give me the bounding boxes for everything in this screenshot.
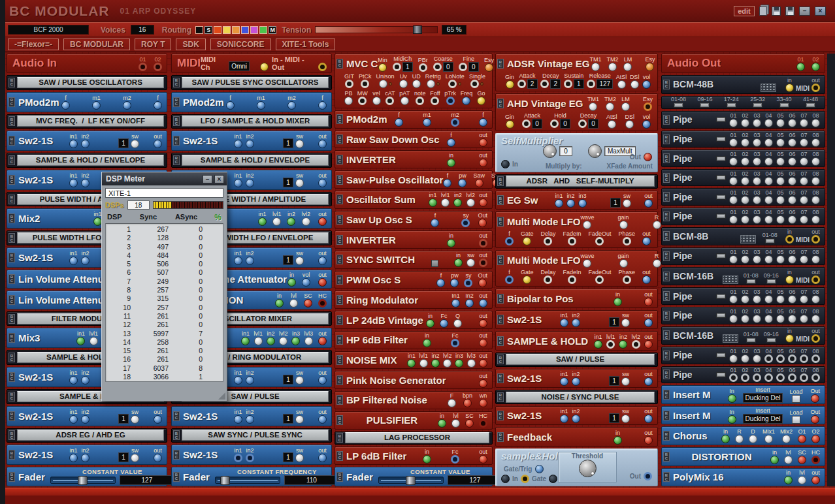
port-hc[interactable] bbox=[479, 419, 487, 428]
port-03[interactable] bbox=[753, 196, 761, 204]
device-display[interactable]: BCF 2000 bbox=[8, 25, 89, 35]
port-gate[interactable] bbox=[521, 475, 529, 483]
port-03[interactable] bbox=[753, 138, 761, 147]
port-out[interactable] bbox=[811, 334, 820, 343]
port-f[interactable] bbox=[447, 138, 455, 147]
port-in1[interactable] bbox=[560, 415, 568, 423]
port-out[interactable] bbox=[644, 199, 653, 208]
port-gain[interactable] bbox=[619, 221, 628, 229]
port-in2[interactable] bbox=[572, 415, 580, 423]
port-lvl[interactable] bbox=[451, 419, 460, 428]
port-03[interactable] bbox=[753, 315, 761, 323]
port-sc[interactable] bbox=[798, 456, 806, 464]
port-out[interactable] bbox=[644, 472, 652, 480]
port-vol[interactable] bbox=[642, 80, 651, 89]
port-in[interactable] bbox=[501, 160, 510, 168]
tab-roy-t[interactable]: ROY T bbox=[135, 39, 171, 50]
port-lvl[interactable] bbox=[289, 299, 298, 307]
port-06[interactable] bbox=[788, 215, 796, 224]
port-02[interactable] bbox=[741, 119, 749, 127]
port-hold[interactable] bbox=[550, 119, 559, 128]
port-fc[interactable] bbox=[440, 319, 448, 328]
port-02[interactable] bbox=[741, 315, 749, 323]
port-sw[interactable] bbox=[295, 140, 304, 148]
port-01[interactable] bbox=[729, 215, 738, 224]
port-05[interactable] bbox=[776, 315, 785, 323]
port-06[interactable] bbox=[788, 196, 796, 204]
port-in1[interactable] bbox=[560, 319, 568, 327]
save-icon[interactable] bbox=[772, 7, 781, 16]
port-04[interactable] bbox=[764, 373, 773, 382]
port-07[interactable] bbox=[800, 315, 808, 323]
port-in[interactable] bbox=[447, 159, 455, 167]
port-q[interactable] bbox=[453, 319, 462, 328]
port-out[interactable] bbox=[479, 299, 487, 307]
close-button[interactable]: × bbox=[815, 7, 826, 16]
port-07[interactable] bbox=[800, 354, 808, 363]
port-02[interactable] bbox=[741, 354, 749, 363]
port-in2[interactable] bbox=[246, 376, 254, 385]
port-git[interactable] bbox=[345, 80, 353, 88]
port-02[interactable] bbox=[741, 373, 749, 382]
port-03[interactable] bbox=[753, 295, 761, 304]
port-out[interactable] bbox=[642, 237, 651, 245]
value-box[interactable]: 1 bbox=[283, 375, 293, 385]
port-attack[interactable] bbox=[522, 119, 531, 128]
port-fadein[interactable] bbox=[568, 276, 576, 284]
port-in[interactable] bbox=[447, 239, 455, 247]
port-delay[interactable] bbox=[544, 276, 552, 284]
port-01[interactable] bbox=[729, 177, 738, 185]
port-01[interactable] bbox=[729, 255, 738, 264]
port-01[interactable] bbox=[729, 354, 738, 363]
port-pat[interactable] bbox=[401, 97, 409, 105]
dsp-minimize-button[interactable]: – bbox=[203, 175, 212, 183]
port-05[interactable] bbox=[776, 373, 785, 382]
port-single[interactable] bbox=[470, 80, 479, 88]
port-08[interactable] bbox=[811, 295, 820, 304]
port-f[interactable] bbox=[479, 118, 487, 127]
port-06[interactable] bbox=[788, 119, 796, 127]
port-out[interactable] bbox=[154, 454, 162, 462]
port-out[interactable] bbox=[479, 259, 487, 267]
port-in2[interactable] bbox=[246, 140, 254, 148]
port-f[interactable] bbox=[431, 219, 439, 227]
port-f[interactable] bbox=[226, 101, 235, 110]
port-fc[interactable] bbox=[451, 339, 459, 347]
port-in2[interactable] bbox=[81, 454, 90, 462]
port-out[interactable] bbox=[644, 415, 653, 423]
port-out[interactable] bbox=[318, 179, 327, 187]
port-08[interactable] bbox=[811, 196, 820, 204]
port-lvl2[interactable] bbox=[443, 359, 451, 368]
value-box[interactable]: 0 bbox=[468, 62, 479, 72]
routing-chip[interactable] bbox=[195, 26, 203, 34]
port-f[interactable] bbox=[436, 279, 445, 287]
port-r[interactable] bbox=[735, 435, 744, 443]
port-r[interactable] bbox=[653, 221, 661, 229]
port-decay[interactable] bbox=[540, 80, 549, 88]
port-in1[interactable] bbox=[69, 454, 78, 462]
value-box[interactable]: 1 bbox=[402, 62, 413, 72]
port-in[interactable] bbox=[438, 419, 446, 428]
port-unison[interactable] bbox=[379, 80, 387, 88]
port-02[interactable] bbox=[154, 63, 162, 71]
value-box[interactable]: 1 bbox=[118, 138, 129, 148]
value-box[interactable]: Ducking Del bbox=[743, 393, 783, 403]
port-05[interactable] bbox=[776, 138, 785, 147]
port-sw[interactable] bbox=[295, 454, 304, 462]
tab-flexor[interactable]: -=Flexor=- bbox=[8, 39, 59, 50]
port-fc[interactable] bbox=[451, 455, 459, 464]
port-ud[interactable] bbox=[412, 80, 421, 88]
value-box[interactable]: Omni bbox=[229, 61, 250, 71]
port-pw[interactable] bbox=[458, 179, 467, 187]
port-out[interactable] bbox=[644, 340, 653, 349]
port-out[interactable] bbox=[642, 276, 651, 284]
port-04[interactable] bbox=[764, 157, 773, 166]
port-in2[interactable] bbox=[246, 454, 254, 462]
port-02[interactable] bbox=[741, 177, 749, 185]
port-f[interactable] bbox=[505, 237, 514, 245]
port-in2[interactable] bbox=[267, 337, 275, 345]
routing-chip[interactable] bbox=[223, 26, 231, 34]
port-o2[interactable] bbox=[811, 435, 820, 443]
port-in2[interactable] bbox=[81, 140, 90, 148]
port-in2[interactable] bbox=[453, 198, 462, 207]
